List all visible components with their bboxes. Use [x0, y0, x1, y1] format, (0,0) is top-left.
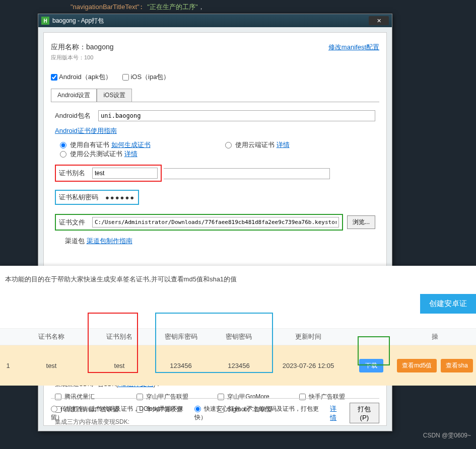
cert-alias-label: 证书别名: [59, 169, 92, 178]
watermark: CSDN @雯0609~: [423, 431, 471, 440]
pack-detail-link[interactable]: 详情: [330, 404, 342, 422]
modify-manifest-link[interactable]: 修改manifest配置: [328, 43, 379, 52]
titlebar[interactable]: H baogong - App打包 ✕: [38, 14, 392, 27]
cell-updated: 2023-07-26 12:05: [268, 362, 349, 369]
package-button[interactable]: 打包(P): [350, 403, 379, 423]
platform-checks: Android（apk包） iOS（ipa包）: [51, 72, 379, 82]
panel-description: 本功能的目的在于帮助大家快速生成安卓签名证书,并可以查看md5值和sha1的值: [0, 266, 476, 293]
traditional-pack-radio[interactable]: 传统打包（上传代码及证书，DCloud承诺不保留）: [51, 405, 187, 422]
cert-alias-input-ext[interactable]: [164, 168, 330, 179]
package-name-label: Android包名: [55, 111, 98, 120]
android-checkbox[interactable]: Android（apk包）: [51, 73, 112, 81]
fast-pack-radio[interactable]: 快速安心打包（不上传代码及证书，打包更快）: [194, 405, 323, 422]
alias-column-highlight: [88, 313, 138, 373]
th-cert-name: 证书名称: [16, 332, 87, 341]
view-sha-button[interactable]: 查看sha: [441, 359, 472, 372]
view-md5-button[interactable]: 查看md5值: [397, 359, 437, 372]
app-icon: H: [41, 17, 49, 25]
cert-manager-panel: 本功能的目的在于帮助大家快速生成安卓签名证书,并可以查看md5值和sha1的值 …: [0, 266, 476, 379]
app-name-value: baogong: [86, 43, 114, 51]
ios-checkbox[interactable]: iOS（ipa包）: [122, 73, 170, 81]
th-op: 操: [394, 332, 476, 341]
tab-android[interactable]: Android设置: [51, 89, 97, 102]
cert-file-label: 证书文件: [59, 218, 92, 227]
channel-label: 渠道包: [65, 237, 85, 245]
platform-tabs: Android设置 iOS设置: [51, 89, 379, 102]
th-updated: 更新时间: [268, 332, 349, 341]
cert-file-input[interactable]: [92, 217, 339, 228]
channel-guide-link[interactable]: 渠道包制作指南: [87, 237, 132, 245]
tab-ios[interactable]: iOS设置: [97, 89, 132, 102]
cloud-cert-detail-link[interactable]: 详情: [277, 140, 290, 149]
app-name-label: 应用名称：: [51, 43, 86, 51]
cert-password-label: 证书私钥密码: [59, 193, 105, 202]
how-gen-cert-link[interactable]: 如何生成证书: [111, 140, 151, 149]
row-index: 1: [0, 362, 16, 369]
password-columns-highlight: [155, 313, 273, 373]
cert-alias-input[interactable]: [92, 168, 158, 179]
cert-file-highlight: 证书文件: [55, 214, 343, 231]
window-title: baogong - App打包: [52, 17, 104, 25]
public-cert-radio[interactable]: 使用公共测试证书: [60, 149, 122, 159]
create-cert-button[interactable]: 创建安卓证: [420, 294, 476, 314]
cert-alias-highlight: 证书别名: [55, 165, 162, 182]
app-version: 应用版本号：100: [51, 54, 379, 61]
own-cert-radio[interactable]: 使用自有证书: [60, 140, 109, 149]
cert-password-highlight: 证书私钥密码 ●●●●●●: [55, 190, 139, 205]
cell-cert-name: test: [16, 362, 87, 369]
background-code: "navigationBarTitleText": "正在生产的工序"，: [71, 3, 205, 12]
public-cert-detail-link[interactable]: 详情: [124, 149, 138, 159]
package-name-input[interactable]: [98, 110, 375, 121]
cert-guide-link[interactable]: Android证书使用指南: [55, 127, 117, 134]
browse-button[interactable]: 浏览...: [347, 215, 375, 229]
close-icon[interactable]: ✕: [369, 16, 389, 25]
download-highlight: [358, 336, 390, 365]
cloud-cert-radio[interactable]: 使用云端证书: [225, 140, 275, 149]
cert-password-value: ●●●●●●: [105, 194, 135, 201]
